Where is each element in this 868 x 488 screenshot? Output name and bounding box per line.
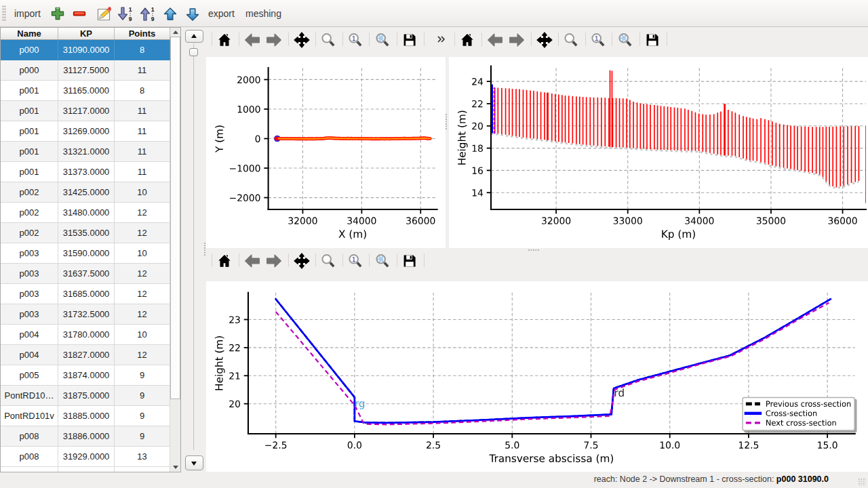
svg-text:1: 1 [129, 6, 132, 13]
svg-text:9: 9 [129, 16, 132, 22]
svg-text:1: 1 [151, 6, 155, 13]
svg-text:9: 9 [151, 16, 155, 22]
